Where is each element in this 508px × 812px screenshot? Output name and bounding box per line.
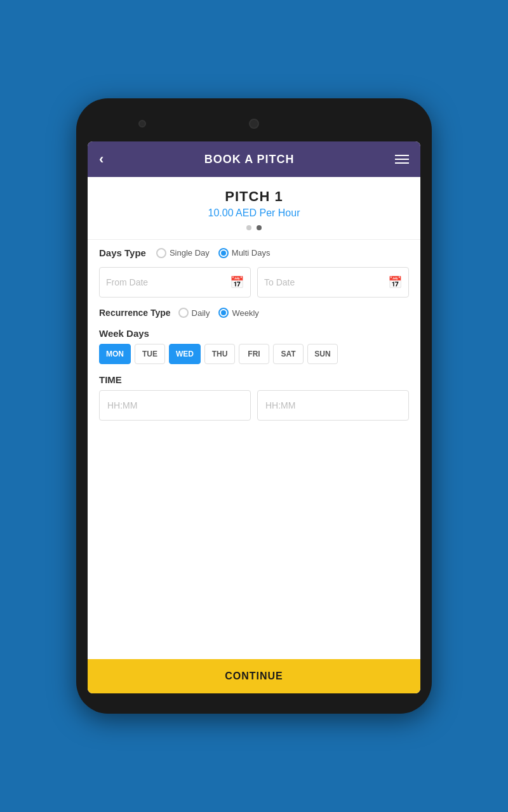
- recurrence-label: Recurrence Type: [99, 308, 171, 318]
- to-time-placeholder: HH:MM: [265, 400, 295, 410]
- weekday-mon[interactable]: MON: [99, 344, 131, 364]
- phone-bottom-bar: [88, 693, 420, 705]
- to-date-placeholder: To Date: [264, 277, 295, 287]
- single-day-option[interactable]: Single Day: [156, 248, 210, 258]
- from-date-field[interactable]: From Date 📅: [99, 267, 251, 298]
- dot-2: [257, 225, 262, 230]
- date-row: From Date 📅 To Date 📅: [99, 267, 409, 298]
- weekday-sat[interactable]: SAT: [273, 344, 304, 364]
- time-section: TIME HH:MM HH:MM: [99, 374, 409, 421]
- from-time-field[interactable]: HH:MM: [99, 390, 251, 421]
- weekdays-grid: MON TUE WED THU FRI SAT SUN: [99, 344, 409, 364]
- pagination-dots: [88, 219, 420, 234]
- weekdays-section: Week Days MON TUE WED THU FRI SAT SUN: [99, 328, 409, 364]
- daily-option[interactable]: Daily: [178, 308, 210, 318]
- weekday-tue[interactable]: TUE: [135, 344, 165, 364]
- days-type-row: Days Type Single Day Multi Days: [99, 247, 409, 258]
- phone-speaker: [138, 120, 146, 128]
- daily-radio[interactable]: [178, 308, 189, 318]
- weekday-fri[interactable]: FRI: [239, 344, 269, 364]
- time-label: TIME: [99, 374, 409, 385]
- back-button[interactable]: ‹: [99, 151, 104, 167]
- continue-button[interactable]: CONTINUE: [88, 659, 420, 693]
- time-row: HH:MM HH:MM: [99, 390, 409, 421]
- weekly-label: Weekly: [232, 308, 258, 318]
- days-type-label: Days Type: [99, 247, 146, 258]
- daily-label: Daily: [192, 308, 210, 318]
- recurrence-radio-group: Daily Weekly: [178, 308, 259, 318]
- dot-1: [246, 225, 251, 230]
- phone-device: ‹ BOOK A PITCH PITCH 1 10.00 AED Per Hou…: [76, 98, 432, 714]
- pitch-title-section: PITCH 1 10.00 AED Per Hour: [88, 177, 420, 240]
- weekly-radio[interactable]: [218, 308, 229, 318]
- weekday-wed[interactable]: WED: [169, 344, 201, 364]
- hamburger-line-3: [395, 162, 409, 164]
- pitch-name: PITCH 1: [88, 188, 420, 205]
- phone-camera: [249, 119, 259, 129]
- app-header: ‹ BOOK A PITCH: [88, 141, 420, 177]
- phone-top-bar: [88, 111, 420, 136]
- single-day-label: Single Day: [170, 248, 210, 258]
- hamburger-line-1: [395, 155, 409, 156]
- from-time-placeholder: HH:MM: [107, 400, 137, 410]
- pitch-price: 10.00 AED Per Hour: [88, 207, 420, 219]
- hamburger-line-2: [395, 159, 409, 160]
- single-day-radio[interactable]: [156, 248, 166, 258]
- multi-days-option[interactable]: Multi Days: [218, 248, 271, 258]
- from-date-calendar-icon: 📅: [230, 275, 244, 289]
- menu-button[interactable]: [395, 155, 409, 164]
- to-date-calendar-icon: 📅: [388, 275, 402, 289]
- weekdays-label: Week Days: [99, 328, 409, 339]
- days-type-radio-group: Single Day Multi Days: [156, 248, 271, 258]
- to-time-field[interactable]: HH:MM: [257, 390, 409, 421]
- recurrence-row: Recurrence Type Daily Weekly: [99, 308, 409, 318]
- to-date-field[interactable]: To Date 📅: [257, 267, 409, 298]
- app-content: PITCH 1 10.00 AED Per Hour Days Type Sin…: [88, 177, 420, 659]
- multi-days-radio[interactable]: [218, 248, 229, 258]
- app-title: BOOK A PITCH: [204, 153, 295, 166]
- multi-days-label: Multi Days: [232, 248, 271, 258]
- form-section: Days Type Single Day Multi Days: [88, 240, 420, 438]
- weekday-sun[interactable]: SUN: [307, 344, 338, 364]
- phone-screen: ‹ BOOK A PITCH PITCH 1 10.00 AED Per Hou…: [88, 141, 420, 693]
- from-date-placeholder: From Date: [106, 277, 148, 287]
- weekday-thu[interactable]: THU: [204, 344, 235, 364]
- weekly-option[interactable]: Weekly: [218, 308, 258, 318]
